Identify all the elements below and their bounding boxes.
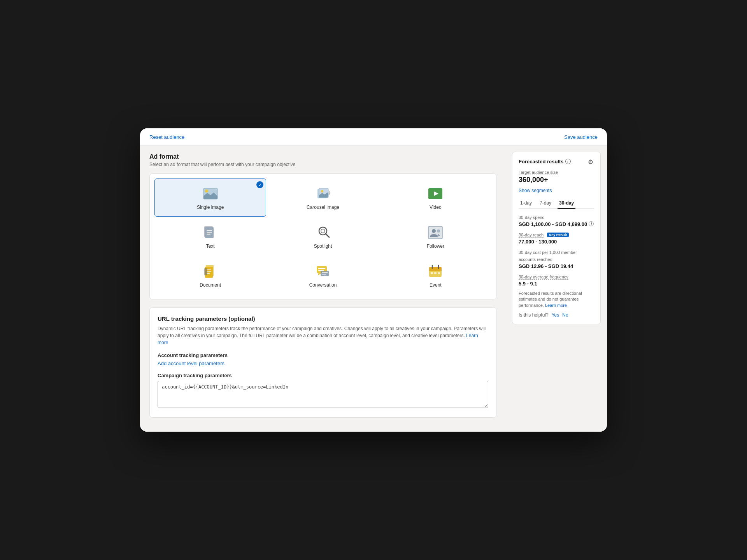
forecast-cpm-metric: 30-day cost per 1,000 member accounts re… [519, 248, 594, 269]
event-label: Event [430, 282, 442, 288]
url-tracking-title: URL tracking parameters (optional) [158, 315, 488, 322]
reach-value: 77,000 - 130,000 [519, 239, 594, 245]
follower-label: Follower [427, 243, 444, 249]
svg-point-2 [205, 189, 208, 192]
single-image-label: Single image [197, 205, 224, 210]
reset-audience-button[interactable]: Reset audience [149, 134, 184, 140]
save-audience-button[interactable]: Save audience [564, 134, 598, 140]
event-icon [427, 263, 444, 280]
forecast-help-icon[interactable]: i [565, 159, 571, 164]
svg-rect-42 [431, 272, 433, 274]
spend-help-icon[interactable]: i [589, 221, 594, 226]
conversation-icon [314, 263, 331, 280]
tab-1-day[interactable]: 1-day [519, 198, 533, 209]
cpm-value: SGD 12.96 - SGD 19.44 [519, 263, 594, 269]
ad-format-text[interactable]: Text [154, 217, 266, 256]
spotlight-label: Spotlight [314, 243, 332, 249]
ad-format-title: Ad format [149, 153, 496, 160]
forecast-reach-metric: 30-day reach Key Result 77,000 - 130,000 [519, 231, 594, 245]
helpful-label: Is this helpful? [519, 312, 549, 318]
account-tracking-label: Account tracking parameters [158, 352, 488, 358]
video-label: Video [430, 205, 441, 210]
forecast-spend-metric: 30-day spend SGD 1,100.00 - SGD 4,699.00… [519, 214, 594, 227]
helpful-yes[interactable]: Yes [552, 312, 559, 318]
ad-format-subtitle: Select an ad format that will perform be… [149, 162, 496, 167]
document-icon [202, 263, 219, 280]
single-image-icon [202, 185, 219, 202]
spend-value: SGD 1,100.00 - SGD 4,699.00 [519, 221, 587, 227]
svg-line-6 [329, 191, 330, 193]
key-result-badge: Key Result [547, 233, 569, 237]
helpful-row: Is this helpful? Yes No [519, 312, 594, 318]
forecast-gear-icon[interactable]: ⚙ [588, 158, 594, 164]
frequency-label: 30-day average frequency [519, 275, 568, 280]
text-icon [202, 224, 219, 241]
frequency-value: 5.9 - 9.1 [519, 281, 594, 287]
forecast-panel: Forecasted results i ⚙ Target audience s… [512, 152, 601, 324]
cpm-label: 30-day cost per 1,000 member accounts re… [519, 250, 577, 262]
tab-30-day[interactable]: 30-day [558, 198, 575, 209]
svg-point-21 [437, 229, 440, 233]
tab-7-day[interactable]: 7-day [538, 198, 553, 209]
add-account-params-link[interactable]: Add account level parameters [158, 360, 488, 366]
ad-format-document[interactable]: Document [154, 256, 266, 294]
audience-size-value: 360,000+ [519, 176, 594, 184]
svg-rect-34 [321, 271, 329, 276]
svg-rect-39 [429, 269, 442, 271]
document-label: Document [200, 282, 221, 288]
day-tabs: 1-day 7-day 30-day [519, 198, 594, 209]
text-label: Text [206, 243, 215, 249]
svg-rect-44 [438, 272, 440, 274]
forecast-learn-more[interactable]: Learn more [545, 303, 567, 308]
url-tracking-section: URL tracking parameters (optional) Dynam… [149, 307, 496, 418]
selected-check-icon: ✓ [256, 181, 263, 188]
carousel-image-icon [314, 185, 331, 202]
spend-label: 30-day spend [519, 215, 545, 220]
url-tracking-description: Dynamic URL tracking parameters track th… [158, 325, 488, 346]
right-panel: Forecasted results i ⚙ Target audience s… [506, 145, 607, 432]
campaign-tracking-label: Campaign tracking parameters [158, 373, 488, 378]
ad-format-spotlight[interactable]: Spotlight [267, 217, 379, 256]
video-icon [427, 185, 444, 202]
svg-rect-43 [434, 272, 437, 274]
ad-format-single-image[interactable]: ✓ Single image [154, 178, 266, 217]
ad-format-grid: ✓ Single image [149, 173, 496, 299]
forecast-frequency-metric: 30-day average frequency 5.9 - 9.1 [519, 273, 594, 287]
spotlight-icon [314, 224, 331, 241]
carousel-image-label: Carousel image [307, 205, 339, 210]
ad-format-event[interactable]: Event [380, 256, 491, 294]
ad-format-section: Ad format Select an ad format that will … [149, 153, 496, 418]
campaign-params-textarea[interactable]: account_id={{ACCOUNT_ID}}&utm_source=Lin… [158, 381, 488, 408]
show-segments-link[interactable]: Show segments [519, 188, 594, 193]
svg-point-17 [321, 229, 325, 233]
ad-format-carousel-image[interactable]: Carousel image [267, 178, 379, 217]
svg-point-5 [321, 190, 323, 192]
follower-icon [427, 224, 444, 241]
svg-line-16 [326, 234, 329, 237]
conversation-label: Conversation [309, 282, 337, 288]
svg-rect-29 [204, 268, 207, 275]
forecast-title: Forecasted results i [519, 159, 571, 164]
helpful-no[interactable]: No [562, 312, 568, 318]
forecast-disclaimer: Forecasted results are directional estim… [519, 290, 594, 308]
svg-point-20 [432, 229, 436, 233]
svg-line-7 [329, 193, 330, 195]
ad-format-video[interactable]: Video [380, 178, 491, 217]
audience-size-label: Target audience size [519, 170, 558, 175]
ad-format-conversation[interactable]: Conversation [267, 256, 379, 294]
reach-label: 30-day reach [519, 233, 544, 238]
ad-format-follower[interactable]: Follower [380, 217, 491, 256]
